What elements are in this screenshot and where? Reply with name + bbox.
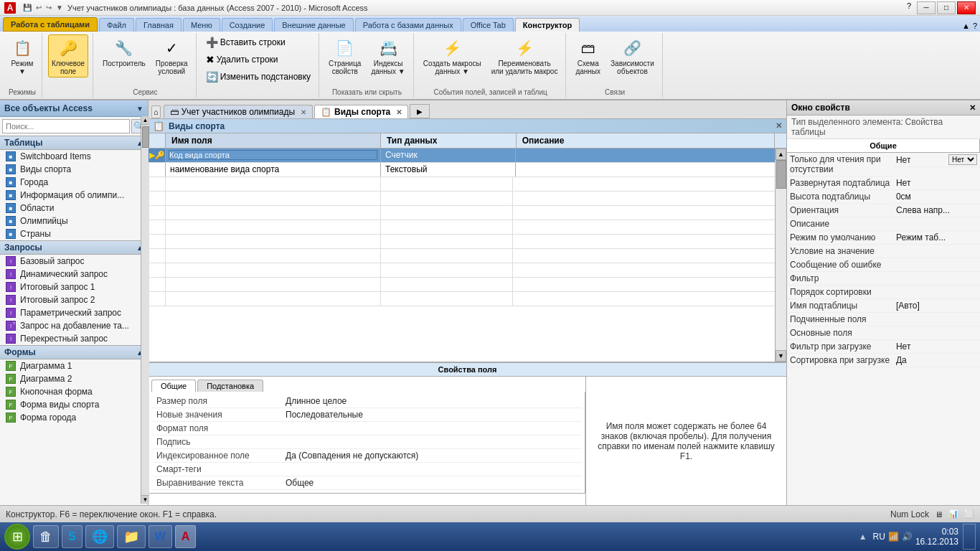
row0-field[interactable] [166,149,381,162]
minimize-btn[interactable]: ─ [917,1,936,14]
nav-section-forms[interactable]: Формы ▲ [0,345,148,359]
page-props-btn[interactable]: 📄 Страницасвойств [325,34,364,77]
nav-item-total-query1[interactable]: ! Итоговый запрос 1 [0,281,148,293]
schema-btn[interactable]: 🗃 Схемаданных [572,34,604,77]
tray-network-icon[interactable]: 📶 [888,532,899,542]
builder-btn[interactable]: 🔧 Построитель [99,34,149,70]
table-row-1[interactable]: наименование вида спорта Текстовый [149,163,775,177]
check-conditions-btn[interactable]: ✓ Проверкаусловий [152,34,192,77]
pp-label-1: Развернутая подтаблица [787,176,893,190]
nav-item-add-query[interactable]: !? Запрос на добавление та... [0,319,148,332]
change-lookup-btn[interactable]: 🔄 Изменить подстановку [202,69,314,85]
rename-macros-btn[interactable]: ⚡ Переименоватьили удалить макрос [488,34,562,77]
props-panel-close-btn[interactable]: ✕ [969,103,976,113]
nav-item-oblasti[interactable]: ■ Области [0,202,148,215]
ribbon-tab-external[interactable]: Внешние данные [274,18,353,32]
doc-tab-vidy-sporta[interactable]: 📋 Виды спорта ✕ [314,105,408,118]
nav-header[interactable]: Все объекты Access ▼ [0,100,148,117]
mode-btn[interactable]: 📋 Режим▼ [7,34,37,77]
language-indicator[interactable]: RU [873,532,885,542]
nav-item-strany[interactable]: ■ Страны [0,227,148,240]
nav-doc-home-icon[interactable]: ⌂ [154,108,159,116]
table-row-empty-2[interactable] [149,177,775,192]
doc-tab-uchet[interactable]: 🗃 Учет участников олимпиады ✕ [164,105,313,118]
show-desktop-btn[interactable] [963,524,976,550]
taskbar-app-trash[interactable]: 🗑 [33,525,59,548]
ribbon-tab-create[interactable]: Создание [222,18,273,32]
dependencies-btn[interactable]: 🔗 Зависимостиобъектов [607,34,658,77]
indexes-btn[interactable]: 📇 Индексыданных ▼ [367,34,408,77]
nav-item-forma-goroda[interactable]: F Форма города [0,411,148,424]
ribbon-help-btn[interactable]: ▲ [962,22,970,30]
maximize-btn[interactable]: □ [937,1,956,14]
table-title-close-icon[interactable]: ✕ [776,121,782,131]
ribbon-tab-officetab[interactable]: Office Tab [463,18,514,32]
ribbon-tab-home[interactable]: Главная [136,18,182,32]
redo-quick-btn[interactable]: ↪ [44,3,53,12]
table-scroll-up-btn[interactable]: ▲ [776,149,786,160]
table-scroll-thumb[interactable] [776,160,786,189]
nav-item-info-olimp[interactable]: ■ Информация об олимпи... [0,189,148,202]
nav-item-param-query[interactable]: ! Параметрический запрос [0,306,148,319]
nav-scroll-down[interactable]: ▼ [141,495,149,504]
close-btn[interactable]: ✕ [957,1,976,14]
ribbon-minimize-btn[interactable]: ? [973,22,977,30]
taskbar-app-word[interactable]: W [149,525,172,548]
doc-tabs-more-btn[interactable]: ▶ [410,104,430,118]
props-panel-tab-general[interactable]: Общие [787,139,980,152]
doc-tab-uchet-close-icon[interactable]: ✕ [301,108,306,116]
nav-chevron-icon[interactable]: ▼ [136,105,143,113]
nav-item-vidy-sporta[interactable]: ■ Виды спорта [0,163,148,176]
create-macros-btn[interactable]: ⚡ Создать макросыданных ▼ [420,34,485,77]
row0-field-input[interactable] [169,150,377,160]
start-button[interactable]: ⊞ [4,524,30,550]
nav-search-input[interactable] [2,119,130,133]
nav-item-cross-query[interactable]: ! Перекрестный запрос [0,332,148,345]
doc-tab-vidy-close-icon[interactable]: ✕ [396,108,402,116]
nav-item-base-query[interactable]: ! Базовый запрос [0,255,148,268]
ribbon-tab-constructor[interactable]: Конструктор [515,18,580,32]
nav-item-olimpijtsy[interactable]: ■ Олимпийцы [0,215,148,227]
field-props-tab-lookup[interactable]: Подстановка [197,380,263,392]
ribbon-tab-dbtools[interactable]: Работа с базами данных [355,18,461,32]
nav-scroll-up[interactable]: ▲ [141,116,149,125]
nav-item-goroda[interactable]: ■ Города [0,176,148,189]
tray-expand-icon[interactable]: ▲ [859,532,867,542]
ribbon-tab-file[interactable]: Файл [99,18,134,32]
taskbar-app-explorer[interactable]: 📁 [117,525,146,548]
table-scroll-down-btn[interactable]: ▼ [776,350,786,362]
add-query-label: Запрос на добавление та... [20,321,129,331]
field-props-tab-general[interactable]: Общие [151,380,196,392]
key-field-btn[interactable]: 🔑 Ключевоеполе [48,34,88,77]
nav-item-knopochnaya[interactable]: F Кнопочная форма [0,385,148,398]
ribbon-tab-work-with-tables[interactable]: Работа с таблицами [3,17,98,32]
ribbon-tab-menu[interactable]: Меню [183,18,220,32]
nav-item-diagramma1[interactable]: F Диаграмма 1 [0,359,148,372]
nav-item-switchboard[interactable]: ■ Switchboard Items [0,150,148,163]
customize-quick-btn[interactable]: ▼ [55,3,65,12]
taskbar-app-access[interactable]: A [175,525,197,548]
table-row-empty-3[interactable] [149,192,775,206]
pp-value-0[interactable]: Нет Нет [893,153,980,167]
help-btn[interactable]: ? [903,1,915,14]
nav-item-dynamic-query[interactable]: ! Динамический запрос [0,268,148,281]
undo-quick-btn[interactable]: ↩ [34,3,43,12]
nav-item-total-query2[interactable]: ! Итоговый запрос 2 [0,293,148,306]
nav-scrollbar[interactable]: ▲ ▼ [141,116,149,504]
save-quick-btn[interactable]: 💾 [22,3,33,12]
table-row-0[interactable]: ▶🔑 Счетчик [149,149,775,163]
insert-rows-btn[interactable]: ➕ Вставить строки [202,34,289,50]
nav-scroll-thumb[interactable] [142,126,149,148]
nav-item-diagramma2[interactable]: F Диаграмма 2 [0,372,148,385]
pp-select-0[interactable]: Нет [948,154,977,165]
total-query2-label: Итоговый запрос 2 [20,295,95,305]
delete-rows-btn[interactable]: ✖ Удалить строки [202,52,282,67]
tray-sound-icon[interactable]: 🔊 [902,532,913,542]
table-vert-scrollbar[interactable]: ▲ ▼ [775,149,786,362]
nav-section-tables[interactable]: Таблицы ▲ [0,136,148,150]
pp-row-5: Режим по умолчанию Режим таб... [787,231,980,245]
nav-section-queries[interactable]: Запросы ▲ [0,240,148,255]
nav-item-forma-vidy[interactable]: F Форма виды спорта [0,398,148,411]
taskbar-app-chrome[interactable]: 🌐 [85,525,114,548]
taskbar-app-skype[interactable]: S [62,525,83,548]
